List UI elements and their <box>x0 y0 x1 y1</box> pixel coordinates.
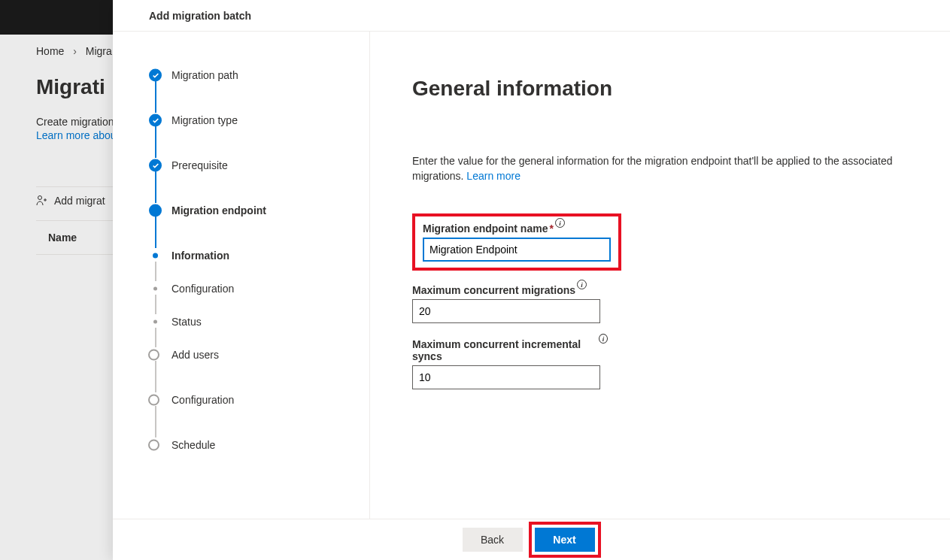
step-label: Prerequisite <box>171 159 228 171</box>
wizard-step[interactable]: Migration path <box>149 68 352 83</box>
step-connector <box>155 126 156 158</box>
step-label: Information <box>171 250 229 262</box>
wizard-step[interactable]: Migration type <box>149 113 352 128</box>
step-label: Status <box>171 316 202 328</box>
step-connector <box>155 295 156 314</box>
wizard-steps-column: Migration pathMigration typePrerequisite… <box>113 32 370 519</box>
highlight-next-button: Next <box>529 522 601 558</box>
info-icon[interactable]: i <box>555 218 565 228</box>
learn-more-link[interactable]: Learn more <box>466 170 521 182</box>
step-indicator-icon <box>149 287 157 291</box>
breadcrumb-current: Migra <box>86 45 112 57</box>
page-title: General information <box>412 77 908 101</box>
step-label: Configuration <box>171 283 234 295</box>
wizard-step[interactable]: Add users <box>149 347 352 362</box>
highlight-endpoint-name: Migration endpoint name* i <box>412 213 621 271</box>
add-people-icon <box>36 195 48 207</box>
step-label: Migration type <box>171 114 238 126</box>
step-label: Migration endpoint <box>171 204 266 216</box>
wizard-step[interactable]: Migration endpoint <box>149 203 352 218</box>
step-indicator-icon <box>149 114 162 127</box>
step-label: Schedule <box>171 439 215 451</box>
step-label: Migration path <box>171 69 238 81</box>
step-connector <box>155 216 156 248</box>
step-indicator-icon <box>149 204 162 217</box>
wizard-step[interactable]: Configuration <box>149 392 352 407</box>
step-indicator-icon <box>149 395 159 406</box>
step-indicator-icon <box>149 253 158 259</box>
add-migration-label: Add migrat <box>54 195 105 207</box>
step-indicator-icon <box>149 440 159 451</box>
endpoint-name-input[interactable] <box>423 238 611 262</box>
max-syncs-input[interactable] <box>412 365 600 389</box>
background-learn-more-link[interactable]: Learn more abou <box>36 129 117 141</box>
step-connector <box>155 406 156 437</box>
svg-point-0 <box>38 196 42 200</box>
endpoint-name-label: Migration endpoint name* i <box>423 222 565 235</box>
step-label: Configuration <box>171 394 234 406</box>
wizard-footer: Back Next <box>113 519 950 560</box>
step-indicator-icon <box>149 350 159 361</box>
wizard-step[interactable]: Schedule <box>149 437 352 453</box>
page-description: Enter the value for the general informat… <box>412 153 908 183</box>
chevron-right-icon: › <box>73 45 77 57</box>
max-migrations-input[interactable] <box>412 299 600 323</box>
wizard-form-column: General information Enter the value for … <box>370 32 950 519</box>
step-connector <box>155 328 156 347</box>
step-label: Add users <box>171 349 219 361</box>
back-button[interactable]: Back <box>463 528 523 552</box>
step-indicator-icon <box>149 320 157 324</box>
wizard-step[interactable]: Status <box>149 314 352 329</box>
max-syncs-label: Maximum concurrent incremental syncs i <box>412 338 608 362</box>
wizard-title: Add migration batch <box>113 0 950 32</box>
info-icon[interactable]: i <box>577 280 587 289</box>
step-connector <box>155 262 156 281</box>
next-button[interactable]: Next <box>535 528 595 552</box>
breadcrumb-home[interactable]: Home <box>36 45 64 57</box>
max-migrations-label: Maximum concurrent migrations i <box>412 284 587 296</box>
wizard-panel: Add migration batch Migration pathMigrat… <box>113 0 950 560</box>
wizard-step[interactable]: Configuration <box>149 281 352 296</box>
step-connector <box>155 361 156 392</box>
step-connector <box>155 171 156 203</box>
step-connector <box>155 81 156 113</box>
step-indicator-icon <box>149 159 162 172</box>
step-indicator-icon <box>149 69 162 82</box>
wizard-step[interactable]: Prerequisite <box>149 158 352 173</box>
wizard-step[interactable]: Information <box>149 248 352 263</box>
info-icon[interactable]: i <box>599 334 608 344</box>
